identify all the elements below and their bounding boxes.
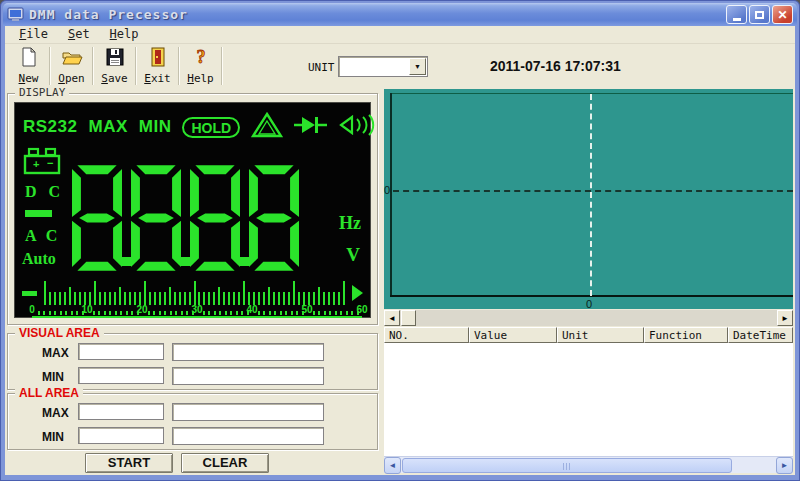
table-scrollbar-thumb[interactable] <box>402 458 732 473</box>
close-button[interactable]: ✕ <box>772 5 793 24</box>
min-indicator: MIN <box>139 117 172 137</box>
all-area-group: ALL AREA MAX MIN <box>7 393 378 450</box>
svg-text:+: + <box>33 158 39 170</box>
new-document-icon <box>19 47 39 71</box>
ruler-tick <box>93 311 95 315</box>
save-button[interactable]: Save <box>96 46 133 86</box>
chart-scroll-left-button[interactable]: ◄ <box>384 310 400 326</box>
help-question-icon: ? <box>192 47 210 71</box>
menu-file[interactable]: File <box>9 26 58 43</box>
chart-y-axis <box>390 93 392 297</box>
ruler-tick <box>203 311 205 315</box>
new-button[interactable]: New <box>10 46 47 86</box>
max-indicator: MAX <box>88 117 127 137</box>
hold-indicator: HOLD <box>182 117 240 138</box>
visual-area-label: VISUAL AREA <box>15 326 104 340</box>
all-min-value-field[interactable] <box>78 427 164 444</box>
ruler-tick <box>230 311 232 315</box>
ruler-number: 50 <box>301 304 312 315</box>
column-header-no[interactable]: NO. <box>384 327 469 343</box>
chart-scroll-right-button[interactable]: ► <box>777 310 793 326</box>
app-window: DMM data Precessor ✕ File Set Help New O… <box>0 0 800 481</box>
ruler-tick <box>318 311 320 315</box>
chart-scrollbar[interactable]: ◄ ► <box>384 310 793 326</box>
ruler-tick <box>258 311 260 315</box>
exit-label: xit <box>151 72 171 85</box>
minimize-icon <box>733 18 741 21</box>
column-header-datetime[interactable]: DateTime <box>728 327 793 343</box>
column-header-unit[interactable]: Unit <box>557 327 644 343</box>
toolbar-separator <box>221 47 223 85</box>
maximize-icon <box>755 11 764 19</box>
menu-file-label: ile <box>26 27 48 41</box>
ruler-tick <box>175 311 177 315</box>
ruler-tick <box>351 311 353 315</box>
chart-y-zero-label: 0 <box>384 184 390 196</box>
ruler-tick <box>131 311 133 315</box>
bargraph-tick <box>218 287 220 305</box>
table-scroll-right-button[interactable]: ► <box>776 457 793 474</box>
all-max-label: MAX <box>42 406 69 420</box>
ruler-tick <box>49 311 51 315</box>
start-button[interactable]: START <box>85 453 173 473</box>
toolbar-separator <box>178 47 180 85</box>
help-button[interactable]: ? Help <box>182 46 219 86</box>
bargraph-tick <box>44 281 46 305</box>
visual-min-unit-field[interactable] <box>172 367 324 385</box>
chevron-down-icon[interactable]: ▼ <box>409 58 426 75</box>
ruler-tick <box>329 311 331 315</box>
ruler-tick <box>214 311 216 315</box>
open-hotkey: O <box>58 72 65 85</box>
exit-door-icon <box>149 47 167 71</box>
visual-max-unit-field[interactable] <box>172 343 324 361</box>
column-header-value[interactable]: Value <box>469 327 557 343</box>
title-bar[interactable]: DMM data Precessor ✕ <box>3 3 797 26</box>
ruler-number: 0 <box>29 304 35 315</box>
exit-hotkey: E <box>144 72 151 85</box>
lcd-panel: RS232 MAX MIN HOLD APO <box>14 102 371 318</box>
ruler-tick <box>340 311 342 315</box>
minimize-button[interactable] <box>726 5 747 24</box>
negative-sign-indicator <box>25 210 52 217</box>
ruler-tick <box>219 311 221 315</box>
lcd-digit <box>190 157 240 279</box>
ruler-tick <box>263 311 265 315</box>
exit-button[interactable]: Exit <box>139 46 176 86</box>
visual-min-label: MIN <box>42 370 64 384</box>
save-label: ave <box>108 72 128 85</box>
all-min-unit-field[interactable] <box>172 427 324 445</box>
all-max-unit-field[interactable] <box>172 403 324 421</box>
ruler-tick <box>38 311 40 315</box>
chart-area: 0 0 <box>384 89 793 309</box>
menu-set[interactable]: Set <box>58 26 100 43</box>
table-scrollbar[interactable]: ◄ ► <box>384 456 793 473</box>
open-button[interactable]: Open <box>53 46 90 86</box>
table-scroll-left-button[interactable]: ◄ <box>384 457 401 474</box>
ruler-tick <box>153 311 155 315</box>
rs232-indicator: RS232 <box>23 117 77 137</box>
ruler-tick <box>236 311 238 315</box>
ruler-tick <box>170 311 172 315</box>
display-group-label: DISPLAY <box>15 86 69 99</box>
ruler-tick <box>120 311 122 315</box>
ruler-number: 10 <box>81 304 92 315</box>
clear-button[interactable]: CLEAR <box>181 453 269 473</box>
all-area-label: ALL AREA <box>15 386 83 400</box>
all-min-label: MIN <box>42 430 64 444</box>
visual-min-value-field[interactable] <box>78 367 164 384</box>
buzzer-speaker-icon <box>339 114 375 140</box>
ruler-number: 40 <box>246 304 257 315</box>
menu-help[interactable]: Help <box>100 26 149 43</box>
ruler-tick <box>335 311 337 315</box>
unit-select-value[interactable] <box>341 59 407 74</box>
column-header-function[interactable]: Function <box>644 327 728 343</box>
visual-max-value-field[interactable] <box>78 343 164 360</box>
unit-select[interactable]: ▼ <box>338 56 428 77</box>
chart-scrollbar-thumb[interactable] <box>401 310 416 326</box>
lcd-bargraph <box>19 280 366 306</box>
bargraph-tick <box>318 287 320 305</box>
maximize-button[interactable] <box>749 5 770 24</box>
ruler-tick <box>269 311 271 315</box>
window-controls: ✕ <box>726 5 793 24</box>
all-max-value-field[interactable] <box>78 403 164 420</box>
